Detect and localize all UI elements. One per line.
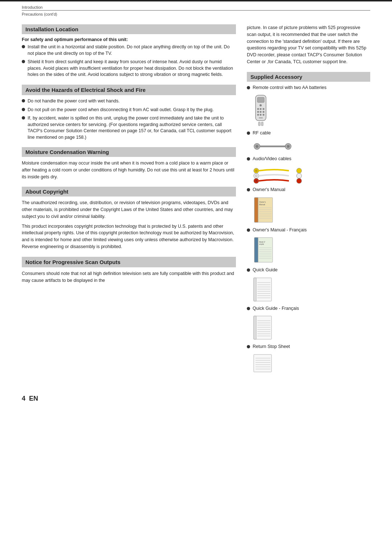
rf-cable-icon	[253, 140, 293, 153]
installation-bullet-1: Install the unit in a horizontal and sta…	[22, 44, 236, 57]
manual-image-wrapper: Owner's Manual	[253, 197, 370, 224]
quick-guide-fr-image-wrapper	[253, 315, 370, 341]
accessory-remote: Remote control with two AA batteries	[247, 85, 370, 91]
quick-guide-icon	[253, 277, 273, 303]
svg-point-9	[257, 114, 259, 116]
hazards-header: Avoid the Hazards of Electrical Shock an…	[22, 85, 236, 96]
header-area: Introduction Precautions (cont'd)	[0, 1, 392, 18]
accessory-return-sheet-label: Return Stop Sheet	[253, 344, 370, 350]
hazards-bullet-3: If, by accident, water is spilled on thi…	[22, 115, 236, 141]
bullet-icon-return-sheet	[247, 345, 250, 348]
copyright-text-2: This product incorporates copyright prot…	[22, 223, 236, 250]
left-column: Installation Location For safety and opt…	[22, 24, 236, 377]
progressive-scan-header: Notice for Progressive Scan Outputs	[22, 257, 236, 268]
supplied-accessory-header: Supplied Accessory	[247, 72, 370, 82]
return-sheet-icon	[253, 354, 273, 374]
accessory-return-sheet: Return Stop Sheet	[247, 344, 370, 350]
svg-point-10	[263, 114, 265, 116]
svg-point-24	[255, 170, 257, 172]
accessory-rf-label: RF cable	[253, 130, 370, 137]
svg-rect-33	[254, 198, 258, 222]
svg-point-6	[257, 111, 259, 113]
bullet-icon-remote	[247, 86, 250, 89]
quick-guide-fr-icon	[253, 315, 273, 341]
moisture-text: Moisture condensation may occur inside t…	[22, 160, 236, 180]
svg-point-25	[297, 168, 302, 173]
installation-bullet-2-text: Shield it from direct sunlight and keep …	[28, 59, 236, 78]
svg-rect-12	[259, 117, 263, 118]
bullet-icon-av	[247, 157, 250, 161]
bullet-icon-quick-guide-fr	[247, 307, 250, 310]
installation-bullet-2: Shield it from direct sunlight and keep …	[22, 59, 236, 78]
hazards-bullet-1-text: Do not handle the power cord with wet ha…	[28, 98, 120, 105]
svg-point-28	[297, 173, 302, 178]
hazards-bullet-3-text: If, by accident, water is spilled on thi…	[28, 115, 236, 141]
accessory-manual-fr: Owner's Manual - Français	[247, 227, 370, 234]
svg-point-3	[257, 108, 259, 110]
svg-point-17	[257, 146, 258, 147]
svg-rect-44	[254, 238, 258, 262]
svg-point-27	[255, 175, 257, 177]
svg-point-11	[260, 114, 262, 116]
installation-bold-label: For safety and optimum performance of th…	[22, 37, 236, 42]
manual-fr-image-wrapper: Mode D' emploi	[253, 237, 370, 264]
accessory-manual: Owner's Manual	[247, 187, 370, 193]
svg-point-8	[260, 111, 262, 113]
bullet-icon-h2	[22, 108, 25, 111]
remote-image-wrapper	[253, 94, 370, 127]
header-precautions: Precautions (cont'd)	[22, 11, 370, 16]
page-lang: EN	[29, 395, 38, 402]
svg-rect-1	[257, 97, 264, 102]
header-divider	[22, 10, 370, 11]
copyright-text-1: The unauthorized recording, use, distrib…	[22, 199, 236, 220]
svg-text:emploi: emploi	[259, 243, 264, 245]
accessory-manual-label: Owner's Manual	[253, 187, 370, 193]
bullet-icon-manual-fr	[247, 228, 250, 232]
hazards-bullet-2-text: Do not pull on the power cord when disco…	[28, 107, 214, 113]
svg-rect-13	[258, 122, 260, 126]
installation-location-header: Installation Location	[22, 24, 236, 34]
moisture-header: Moisture Condensation Warning	[22, 147, 236, 157]
accessory-manual-fr-label: Owner's Manual - Français	[253, 227, 370, 234]
quick-guide-image-wrapper	[253, 277, 370, 303]
return-sheet-image-wrapper	[253, 354, 370, 374]
bullet-icon-1	[22, 45, 25, 48]
page-number: 4	[22, 395, 25, 402]
svg-rect-14	[261, 122, 263, 126]
svg-point-4	[263, 108, 265, 110]
svg-point-2	[260, 104, 262, 106]
page-wrapper: Introduction Precautions (cont'd) Instal…	[0, 0, 392, 555]
accessory-rf: RF cable	[247, 130, 370, 137]
accessory-quick-guide-fr: Quick Guide - Français	[247, 305, 370, 312]
page-number-area: 4 EN	[0, 388, 392, 406]
svg-point-5	[260, 108, 262, 110]
header-intro: Introduction	[22, 5, 370, 9]
svg-point-7	[263, 111, 265, 113]
manual-fr-icon: Mode D' emploi	[253, 237, 274, 264]
av-cables-icon	[253, 166, 303, 184]
svg-point-31	[297, 178, 302, 183]
accessory-quick-guide-fr-label: Quick Guide - Français	[253, 305, 370, 312]
av-cables-image-wrapper	[253, 166, 370, 184]
hazards-bullet-2: Do not pull on the power cord when disco…	[22, 107, 236, 113]
svg-point-22	[288, 146, 289, 147]
accessory-av-label: Audio/Video cables	[253, 156, 370, 162]
installation-bullet-1-text: Install the unit in a horizontal and sta…	[28, 44, 236, 57]
svg-text:Manual: Manual	[259, 203, 265, 206]
copyright-header: About Copyright	[22, 187, 236, 197]
bullet-icon-manual	[247, 188, 250, 191]
svg-rect-55	[254, 278, 256, 301]
svg-point-30	[255, 180, 257, 182]
hazards-bullet-1: Do not handle the power cord with wet ha…	[22, 98, 236, 105]
svg-rect-65	[254, 316, 256, 339]
progressive-scan-text: Consumers should note that not all high …	[22, 270, 236, 284]
main-content: Installation Location For safety and opt…	[0, 18, 392, 388]
remote-icon	[253, 94, 269, 127]
progressive-scan-cont: picture. In case of picture problems wit…	[247, 24, 370, 65]
bullet-icon-2	[22, 60, 25, 63]
bullet-icon-h3	[22, 116, 25, 119]
bullet-icon-rf	[247, 131, 250, 135]
svg-rect-74	[254, 355, 271, 372]
bullet-icon-quick-guide	[247, 268, 250, 272]
right-column: picture. In case of picture problems wit…	[247, 24, 370, 377]
